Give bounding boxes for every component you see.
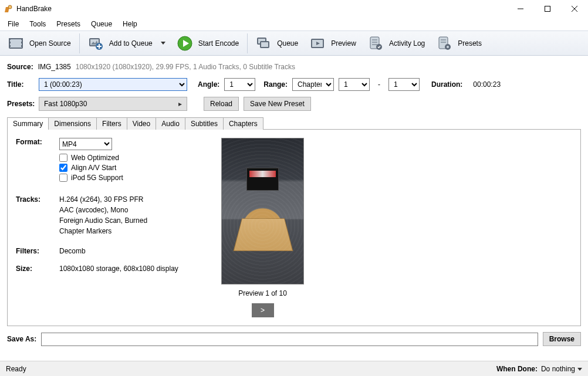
preview-next-button[interactable]: > [252, 303, 274, 317]
svg-rect-10 [21, 38, 23, 40]
chevron-down-icon [577, 368, 582, 371]
image-plus-icon [88, 36, 103, 51]
window-maximize-button[interactable] [534, 0, 561, 17]
tracks-label: Tracks: [16, 195, 59, 238]
align-av-checkbox[interactable]: Align A/V Start [59, 164, 209, 172]
start-encode-button[interactable]: Start Encode [171, 33, 245, 53]
ipod-label: iPod 5G Support [71, 174, 123, 182]
tab-summary[interactable]: Summary [7, 117, 49, 130]
svg-rect-6 [10, 39, 22, 48]
save-new-preset-button[interactable]: Save New Preset [244, 97, 311, 111]
open-source-label: Open Source [29, 39, 71, 48]
menu-file[interactable]: File [2, 19, 24, 29]
format-select[interactable]: MP4 [59, 138, 112, 150]
queue-icon [256, 36, 271, 51]
activity-log-button[interactable]: Activity Log [362, 33, 431, 53]
svg-rect-9 [9, 45, 11, 47]
source-label: Source: [7, 63, 33, 71]
size-label: Size: [16, 265, 59, 273]
log-icon [368, 36, 383, 51]
align-av-label: Align A/V Start [71, 164, 116, 172]
svg-rect-23 [261, 42, 268, 47]
add-to-queue-label: Add to Queue [109, 39, 153, 48]
source-meta: 1080x1920 (1080x1920), 29.99 FPS, 1 Audi… [76, 63, 295, 71]
save-as-input[interactable] [41, 333, 538, 346]
web-optimized-label: Web Optimized [71, 154, 119, 162]
track-line: AAC (avcodec), Mono [59, 206, 209, 214]
presets-row: Presets: Fast 1080p30 ▸ Reload Save New … [7, 97, 581, 111]
filters-label: Filters: [16, 247, 59, 255]
source-row: Source: IMG_1385 1080x1920 (1080x1920), … [7, 63, 581, 71]
range-from-select[interactable]: 1 [339, 78, 370, 91]
track-line: H.264 (x264), 30 FPS PFR [59, 195, 209, 204]
chevron-down-icon [161, 42, 165, 45]
queue-button[interactable]: Queue [250, 33, 304, 53]
range-to-select[interactable]: 1 [388, 78, 420, 91]
svg-rect-11 [21, 42, 23, 43]
tab-audio[interactable]: Audio [156, 117, 185, 130]
window-close-button[interactable] [561, 0, 588, 17]
browse-button[interactable]: Browse [543, 332, 581, 346]
title-select[interactable]: 1 (00:00:23) [39, 78, 187, 91]
menu-bar: File Tools Presets Queue Help [0, 17, 588, 31]
tab-subtitles[interactable]: Subtitles [185, 117, 224, 130]
filters-value: Decomb [59, 247, 209, 255]
preview-caption: Preview 1 of 10 [238, 289, 287, 297]
status-text: Ready [6, 365, 26, 373]
film-icon [8, 36, 23, 51]
web-optimized-checkbox[interactable]: Web Optimized [59, 154, 209, 162]
tab-video[interactable]: Video [127, 117, 156, 130]
track-line: Chapter Markers [59, 227, 209, 235]
menu-help[interactable]: Help [117, 19, 143, 29]
tracks-block: H.264 (x264), 30 FPS PFR AAC (avcodec), … [59, 195, 209, 238]
range-label: Range: [263, 80, 288, 89]
svg-point-36 [447, 46, 449, 48]
format-label: Format: [16, 138, 59, 184]
angle-label: Angle: [198, 80, 219, 89]
preset-picker[interactable]: Fast 1080p30 ▸ [39, 97, 187, 111]
window-title: HandBrake [16, 5, 52, 13]
angle-select[interactable]: 1 [224, 78, 255, 91]
menu-presets[interactable]: Presets [51, 19, 86, 29]
svg-rect-2 [545, 6, 550, 11]
duration-label: Duration: [431, 80, 462, 89]
status-bar: Ready When Done: Do nothing [0, 361, 588, 376]
presets-icon [437, 36, 452, 51]
presets-label: Presets: [7, 100, 34, 108]
svg-point-0 [8, 5, 12, 9]
range-mode-select[interactable]: Chapters [292, 78, 334, 91]
menu-queue[interactable]: Queue [86, 19, 117, 29]
tab-chapters[interactable]: Chapters [223, 117, 263, 130]
tab-row: Summary Dimensions Filters Video Audio S… [7, 117, 581, 130]
reload-button[interactable]: Reload [204, 97, 239, 111]
toolbar-separator [247, 33, 248, 53]
save-as-label: Save As: [7, 335, 36, 343]
ipod-checkbox[interactable]: iPod 5G Support [59, 174, 209, 182]
presets-toolbar-label: Presets [458, 39, 482, 48]
track-line: Foreign Audio Scan, Burned [59, 216, 209, 225]
source-name: IMG_1385 [38, 63, 71, 71]
svg-rect-7 [9, 38, 11, 40]
window-minimize-button[interactable] [507, 0, 534, 17]
tab-filters[interactable]: Filters [96, 117, 127, 130]
toolbar: Open Source Add to Queue Start Encode Qu… [0, 31, 588, 56]
tab-dimensions[interactable]: Dimensions [48, 117, 97, 130]
title-row: Title: 1 (00:00:23) Angle: 1 Range: Chap… [7, 78, 581, 91]
open-source-button[interactable]: Open Source [2, 33, 77, 53]
app-icon [4, 4, 13, 13]
svg-rect-8 [9, 42, 11, 43]
save-row: Save As: Browse [7, 332, 581, 346]
size-value: 1080x1080 storage, 608x1080 display [59, 265, 209, 273]
when-done-dropdown[interactable]: Do nothing [541, 365, 582, 373]
preview-button[interactable]: Preview [304, 33, 362, 53]
preset-current: Fast 1080p30 [44, 100, 87, 108]
queue-label: Queue [277, 39, 298, 48]
menu-tools[interactable]: Tools [24, 19, 51, 29]
svg-rect-12 [21, 45, 23, 47]
range-dash: - [374, 80, 384, 89]
summary-panel: Format: MP4 Web Optimized Align A/V Star… [7, 129, 581, 326]
add-to-queue-button[interactable]: Add to Queue [82, 33, 171, 53]
chevron-right-icon: ▸ [178, 100, 182, 108]
presets-button[interactable]: Presets [431, 33, 488, 53]
preview-thumbnail [221, 138, 304, 284]
